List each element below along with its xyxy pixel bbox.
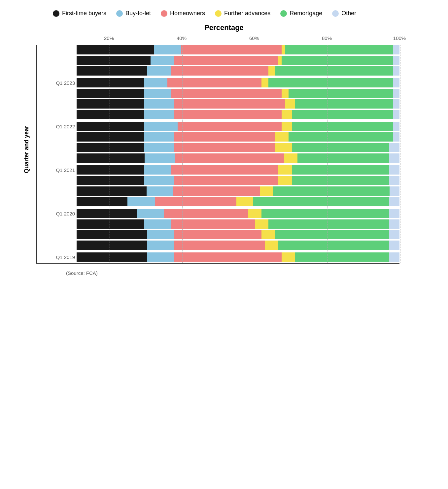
- segment-buy-to-let: [147, 186, 173, 196]
- segment-further-advances: [265, 241, 278, 250]
- segment-other: [393, 122, 399, 131]
- segment-other: [393, 78, 399, 87]
- segment-homeowners: [178, 122, 282, 131]
- segment-first-time-buyers: [77, 230, 147, 239]
- segment-buy-to-let: [144, 143, 174, 152]
- segment-remortgage: [273, 186, 390, 196]
- segment-further-advances: [278, 56, 282, 65]
- chart-legend: First-time buyersBuy-to-letHomeownersFur…: [13, 10, 435, 17]
- bar-row-Q1-2023: Q1 2023: [77, 78, 399, 87]
- segment-further-advances: [278, 176, 292, 185]
- legend-item-first-time-buyers: First-time buyers: [53, 10, 106, 17]
- bar-row-Q3-2022: [77, 99, 399, 109]
- grid-line-100: [400, 45, 400, 263]
- legend-dot-other: [332, 10, 339, 17]
- segment-further-advances: [261, 78, 268, 87]
- legend-dot-buy-to-let: [116, 10, 123, 17]
- segment-first-time-buyers: [77, 153, 145, 163]
- segment-remortgage: [268, 219, 390, 229]
- segment-further-advances: [248, 209, 262, 218]
- segment-buy-to-let: [144, 176, 174, 185]
- segment-homeowners: [175, 153, 284, 163]
- segment-further-advances: [255, 219, 268, 229]
- segment-homeowners: [181, 45, 282, 54]
- segment-remortgage: [278, 241, 389, 250]
- segment-homeowners: [171, 165, 278, 175]
- segment-buy-to-let: [144, 165, 171, 175]
- bar-row-Q3-2020: [77, 186, 399, 196]
- segment-remortgage: [268, 78, 393, 87]
- segment-first-time-buyers: [77, 56, 151, 65]
- legend-dot-first-time-buyers: [53, 10, 59, 17]
- segment-remortgage: [289, 132, 393, 142]
- segment-buy-to-let: [127, 197, 155, 206]
- chart-title: Percentage: [13, 23, 435, 32]
- segment-remortgage: [282, 56, 393, 65]
- bar-row-Q2-2021: [77, 153, 399, 163]
- segment-first-time-buyers: [77, 99, 144, 109]
- segment-further-advances: [236, 197, 253, 206]
- segment-homeowners: [164, 209, 248, 218]
- segment-buy-to-let: [144, 219, 171, 229]
- segment-other: [389, 219, 399, 229]
- legend-label-further-advances: Further advances: [224, 10, 270, 17]
- segment-first-time-buyers: [77, 209, 137, 218]
- bar-row-Q2-2020: [77, 197, 399, 206]
- row-label-Q1-2021: Q1 2021: [37, 167, 75, 173]
- segment-first-time-buyers: [77, 89, 144, 98]
- segment-buy-to-let: [144, 99, 174, 109]
- segment-first-time-buyers: [77, 252, 147, 262]
- segment-homeowners: [174, 230, 261, 239]
- x-tick-60: 60%: [249, 35, 259, 41]
- segment-first-time-buyers: [77, 176, 144, 185]
- segment-remortgage: [285, 45, 393, 54]
- segment-other: [389, 209, 399, 218]
- segment-other: [393, 99, 399, 109]
- segment-buy-to-let: [137, 209, 164, 218]
- segment-homeowners: [174, 56, 278, 65]
- legend-item-other: Other: [332, 10, 356, 17]
- x-tick-100: 100%: [393, 35, 406, 41]
- legend-dot-further-advances: [215, 10, 222, 17]
- legend-item-remortgage: Remortgage: [280, 10, 322, 17]
- bar-row-Q1-2021: Q1 2021: [77, 165, 399, 175]
- segment-homeowners: [174, 99, 285, 109]
- legend-label-buy-to-let: Buy-to-let: [125, 10, 151, 17]
- segment-homeowners: [171, 219, 255, 229]
- legend-label-other: Other: [341, 10, 356, 17]
- segment-buy-to-let: [144, 132, 174, 142]
- segment-homeowners: [174, 252, 282, 262]
- segment-further-advances: [282, 89, 288, 98]
- segment-remortgage: [295, 99, 393, 109]
- legend-label-first-time-buyers: First-time buyers: [62, 10, 106, 17]
- segment-further-advances: [282, 122, 292, 131]
- y-axis-label: Quarter and year: [20, 35, 33, 264]
- bar-row-Q3-2021: [77, 143, 399, 152]
- segment-further-advances: [282, 45, 285, 54]
- segment-buy-to-let: [147, 252, 174, 262]
- segment-remortgage: [292, 110, 393, 119]
- segment-further-advances: [278, 165, 292, 175]
- segment-further-advances: [285, 99, 295, 109]
- segment-homeowners: [174, 132, 275, 142]
- row-label-Q1-2019: Q1 2019: [37, 254, 75, 260]
- segment-other: [393, 56, 399, 65]
- segment-buy-to-let: [145, 153, 175, 163]
- segment-other: [393, 89, 399, 98]
- segment-further-advances: [275, 143, 292, 152]
- segment-other: [389, 230, 399, 239]
- segment-first-time-buyers: [77, 241, 147, 250]
- legend-dot-homeowners: [161, 10, 167, 17]
- segment-other: [390, 186, 399, 196]
- segment-homeowners: [174, 110, 282, 119]
- bar-row-Q4-2019: [77, 219, 399, 229]
- legend-item-buy-to-let: Buy-to-let: [116, 10, 151, 17]
- segment-homeowners: [171, 89, 282, 98]
- bar-row-Q4-2022: [77, 89, 399, 98]
- segment-remortgage: [292, 165, 389, 175]
- row-label-Q1-2020: Q1 2020: [37, 211, 75, 216]
- segment-further-advances: [261, 230, 275, 239]
- legend-dot-remortgage: [280, 10, 287, 17]
- segment-remortgage: [275, 230, 389, 239]
- segment-buy-to-let: [144, 89, 171, 98]
